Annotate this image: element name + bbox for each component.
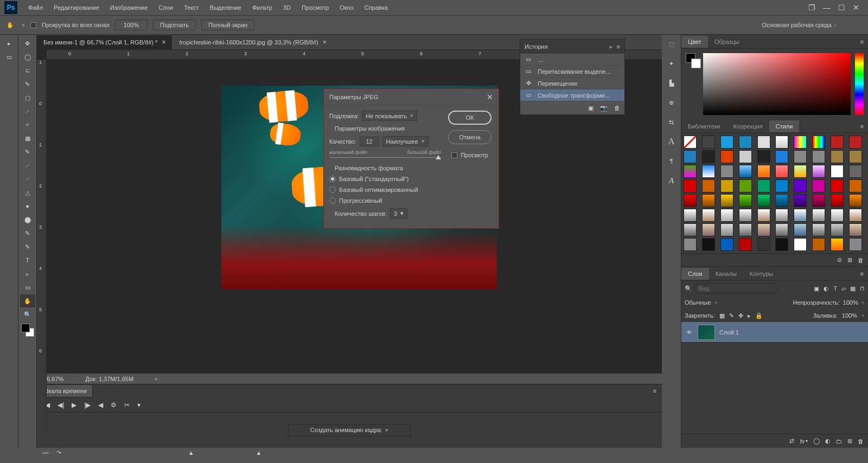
style-swatch[interactable]: [684, 179, 697, 192]
style-swatch[interactable]: [720, 194, 733, 207]
document-tab[interactable]: tropicheskie-ribki-1600x1200.jpg @ 33,3%…: [173, 35, 333, 49]
style-swatch[interactable]: [720, 179, 733, 192]
trash-icon[interactable]: 🗑: [858, 257, 864, 263]
style-swatch[interactable]: [775, 194, 788, 207]
mask-icon[interactable]: ◯: [813, 438, 820, 445]
layer-filter-input[interactable]: [694, 283, 777, 294]
tool-4[interactable]: ▢: [20, 91, 35, 104]
style-swatch[interactable]: [831, 179, 844, 192]
style-swatch[interactable]: [702, 179, 715, 192]
panel-menu-icon[interactable]: ≡: [856, 38, 868, 45]
hue-slider[interactable]: [855, 53, 864, 115]
tool-16[interactable]: T: [20, 254, 35, 267]
tab-channels[interactable]: Каналы: [709, 268, 743, 280]
style-swatch[interactable]: [757, 223, 770, 236]
style-swatch[interactable]: [849, 209, 862, 222]
style-swatch[interactable]: [684, 238, 697, 251]
style-swatch[interactable]: [794, 165, 807, 178]
history-item[interactable]: ▭Перетаскивание выделе…: [520, 66, 624, 78]
minimize-icon[interactable]: —: [823, 3, 831, 12]
tool-1[interactable]: ◯: [20, 50, 35, 63]
style-swatch[interactable]: [720, 165, 733, 178]
style-swatch[interactable]: [849, 165, 862, 178]
style-swatch[interactable]: [812, 136, 825, 149]
filter-toggle[interactable]: ⊓: [860, 285, 865, 292]
chevron-icon[interactable]: ▾: [137, 401, 141, 409]
style-swatch[interactable]: [849, 136, 862, 149]
menu-Изображение[interactable]: Изображение: [105, 2, 153, 13]
layer-row[interactable]: 👁 Слой 1: [681, 322, 868, 343]
menu-Редактирование[interactable]: Редактирование: [48, 2, 105, 13]
quality-slider[interactable]: маленький файл большой файл: [329, 151, 441, 158]
new-layer-icon[interactable]: ⊞: [847, 438, 852, 445]
style-swatch[interactable]: [794, 150, 807, 163]
style-swatch[interactable]: [757, 194, 770, 207]
lock-paint-icon[interactable]: ✎: [729, 312, 734, 319]
quality-preset-select[interactable]: Наилучшее▾: [382, 136, 429, 146]
document-tab[interactable]: Без имени-1 @ 66,7% (Слой 1, RGB/8#) *×: [37, 35, 173, 49]
style-swatch[interactable]: [720, 238, 733, 251]
info-icon[interactable]: ⊕: [666, 97, 678, 108]
style-swatch[interactable]: [794, 209, 807, 222]
tab-color[interactable]: Цвет: [681, 36, 708, 48]
style-swatch[interactable]: [684, 209, 697, 222]
style-swatch[interactable]: [849, 179, 862, 192]
visibility-icon[interactable]: 👁: [685, 329, 693, 336]
style-swatch[interactable]: [739, 179, 752, 192]
style-swatch[interactable]: [702, 223, 715, 236]
tool-11[interactable]: △: [20, 186, 35, 199]
filter-type-icon[interactable]: T: [833, 285, 837, 292]
style-swatch[interactable]: [739, 165, 752, 178]
filter-shape-icon[interactable]: ▱: [841, 285, 846, 292]
style-swatch[interactable]: [757, 209, 770, 222]
style-swatch[interactable]: [794, 179, 807, 192]
close-tab-icon[interactable]: ×: [323, 38, 327, 46]
style-swatch[interactable]: [702, 165, 715, 178]
style-swatch[interactable]: [775, 179, 788, 192]
style-swatch[interactable]: [775, 165, 788, 178]
sparkle-icon[interactable]: ✦: [666, 57, 678, 69]
adjustment-icon[interactable]: ◐: [825, 438, 831, 445]
quality-input[interactable]: 12: [360, 137, 379, 146]
tab-layers[interactable]: Слои: [681, 268, 709, 280]
panel-menu-icon[interactable]: ≡: [856, 123, 868, 130]
fg-bg-colors[interactable]: [21, 324, 34, 337]
panel-icon[interactable]: ⬚: [666, 38, 678, 50]
style-swatch[interactable]: [757, 238, 770, 251]
format-progressive-radio[interactable]: [329, 197, 336, 204]
paragraph-icon[interactable]: ¶: [666, 155, 678, 167]
opacity-value[interactable]: 100%: [843, 299, 858, 306]
style-swatch[interactable]: [794, 194, 807, 207]
tab-styles[interactable]: Стили: [769, 120, 800, 132]
group-icon[interactable]: 🗀: [836, 438, 842, 445]
lock-all-icon[interactable]: 🔒: [755, 312, 763, 319]
menu-3D[interactable]: 3D: [278, 2, 296, 13]
tool-20[interactable]: 🔍: [20, 308, 35, 321]
style-swatch[interactable]: [720, 150, 733, 163]
tab-adjustments[interactable]: Коррекция: [727, 120, 769, 132]
tab-paths[interactable]: Контуры: [743, 268, 780, 280]
close-icon[interactable]: ✕: [487, 93, 493, 101]
layer-name[interactable]: Слой 1: [719, 329, 739, 336]
history-item[interactable]: ▭Свободное трансформи…: [520, 89, 624, 101]
preview-checkbox[interactable]: [451, 152, 457, 158]
matte-select[interactable]: Не показывать▾: [362, 111, 417, 121]
ok-button[interactable]: ОК: [448, 111, 492, 125]
history-item[interactable]: ✥Перемещение: [520, 78, 624, 89]
style-swatch[interactable]: [684, 136, 697, 149]
blend-mode[interactable]: Обычные: [685, 299, 711, 306]
style-swatch[interactable]: [831, 194, 844, 207]
next-frame-icon[interactable]: |▶: [84, 401, 91, 409]
new-doc-from-state-icon[interactable]: ▣: [588, 105, 593, 112]
menu-Файл[interactable]: Файл: [23, 2, 48, 13]
tool-15[interactable]: ✎: [20, 240, 35, 253]
glyph-icon[interactable]: A: [666, 175, 678, 187]
style-swatch[interactable]: [739, 136, 752, 149]
style-swatch[interactable]: [831, 223, 844, 236]
style-swatch[interactable]: [812, 194, 825, 207]
collapse-icon[interactable]: »: [609, 43, 612, 50]
style-swatch[interactable]: [739, 194, 752, 207]
settings-icon[interactable]: ⚙: [111, 401, 117, 409]
style-swatch[interactable]: [757, 179, 770, 192]
style-swatch[interactable]: [794, 223, 807, 236]
